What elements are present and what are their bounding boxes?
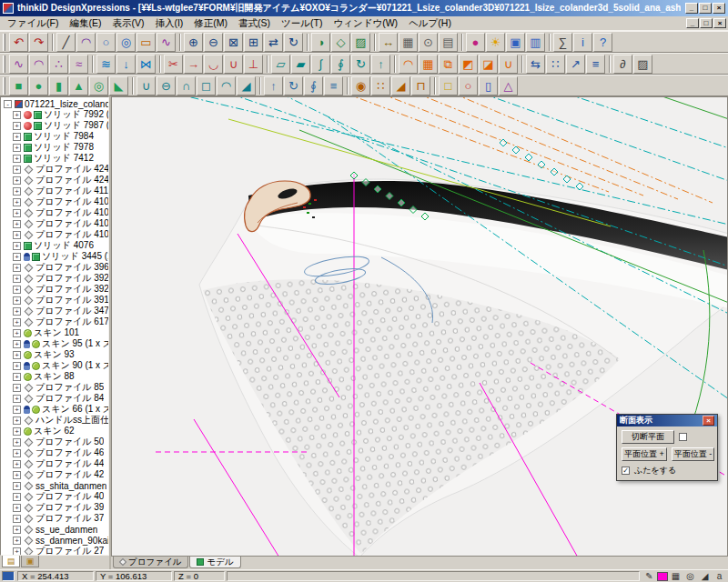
hole-tool-icon[interactable]: ◉ <box>351 76 370 95</box>
tree-item[interactable]: +スキン 62 <box>2 426 108 436</box>
control-curve-icon[interactable]: ◠ <box>29 55 48 74</box>
tree-expander[interactable]: + <box>13 504 21 512</box>
tree-expander[interactable]: + <box>13 438 21 447</box>
tree-expander[interactable]: + <box>13 362 21 370</box>
mdi-restore-button[interactable]: □ <box>700 18 713 28</box>
tree-item[interactable]: +プロファイル 4110 <box>2 186 108 196</box>
rib-tool-icon[interactable]: ⊓ <box>411 76 430 95</box>
tree-item[interactable]: +プロファイル 3920 <box>2 284 108 295</box>
menu-item-1[interactable]: ファイル(F) <box>2 16 64 31</box>
box-solid-icon[interactable]: ■ <box>9 76 28 95</box>
tree-item[interactable]: +スキン 90 (1 x ス... <box>2 360 108 371</box>
tree-item[interactable]: +スキン 88 <box>2 371 108 382</box>
sweep-solid-icon[interactable]: ∮ <box>304 76 323 95</box>
zoom-fit-icon[interactable]: ⊞ <box>244 33 263 52</box>
tree-expander[interactable]: + <box>13 351 21 359</box>
tree-item[interactable]: +プロファイル 46 <box>2 447 108 458</box>
merge-surface-icon[interactable]: ∪ <box>499 55 518 74</box>
tree-expander[interactable]: + <box>13 416 21 425</box>
info-icon[interactable]: i <box>573 33 592 52</box>
tree-expander[interactable]: + <box>13 427 21 436</box>
tree-expander[interactable]: + <box>13 231 21 239</box>
redo-icon[interactable]: ↷ <box>29 33 48 52</box>
primitive-cylinder-icon[interactable]: ▯ <box>479 76 498 95</box>
tree-folder-tab-icon[interactable]: ▣ <box>21 556 39 567</box>
tree-expander[interactable]: + <box>13 482 21 490</box>
trim-surface-icon[interactable]: ◩ <box>459 55 478 74</box>
cut-plane-checkbox[interactable] <box>679 433 687 441</box>
offset-surface-icon[interactable]: ⧉ <box>439 55 458 74</box>
wedge-solid-icon[interactable]: ◣ <box>109 76 128 95</box>
toolbar-grip[interactable] <box>3 77 5 95</box>
mirror-icon[interactable]: ⇆ <box>526 55 545 74</box>
viewport[interactable]: 断面表示 × 切断平面 平面位置 + 平面位置 - ✓ <box>111 96 728 557</box>
tree-expander[interactable]: + <box>13 318 21 326</box>
menu-item-2[interactable]: 編集(E) <box>64 16 106 31</box>
tree-expander[interactable]: + <box>13 122 21 130</box>
pan-icon[interactable]: ⇄ <box>264 33 283 52</box>
model-canvas[interactable] <box>112 97 728 557</box>
document-tab-1[interactable]: プロファイル <box>113 557 188 568</box>
tree-item[interactable]: +ss_shita_danmen <box>2 480 108 491</box>
tree-expander[interactable]: + <box>13 395 21 403</box>
tree-expander[interactable]: + <box>13 176 21 185</box>
section-view-icon[interactable]: ▥ <box>526 33 545 52</box>
menu-item-7[interactable]: ツール(T) <box>276 16 328 31</box>
zoom-out-icon[interactable]: ⊖ <box>204 33 223 52</box>
sketch-curve-icon[interactable]: ∿ <box>9 55 28 74</box>
chamfer-solid-icon[interactable]: ◢ <box>237 76 256 95</box>
tree-expander[interactable]: + <box>13 155 21 163</box>
extend-curve-icon[interactable]: → <box>184 55 203 74</box>
material-icon[interactable]: ● <box>466 33 485 52</box>
primitive-cone-icon[interactable]: △ <box>499 76 518 95</box>
pen-icon[interactable]: ✎ <box>642 571 656 582</box>
tree-item[interactable]: +プロファイル 85 <box>2 382 108 393</box>
tree-expander[interactable]: + <box>13 253 21 261</box>
active-color-swatch[interactable] <box>657 572 668 581</box>
surface-tool-icon[interactable]: ▰ <box>291 55 310 74</box>
tree-expander[interactable]: + <box>13 275 21 283</box>
tree-expander[interactable]: + <box>13 406 21 414</box>
minimize-button[interactable]: _ <box>685 3 698 14</box>
tree-item[interactable]: +ソリッド 7412 <box>2 153 108 164</box>
hidden-line-icon[interactable]: ▨ <box>351 33 370 52</box>
tree-item[interactable]: +ソリッド 7978 <box>2 142 108 153</box>
tree-item[interactable]: +プロファイル 42 <box>2 469 108 480</box>
rectangle-tool-icon[interactable]: ▭ <box>136 33 156 52</box>
fillet-curve-icon[interactable]: ◡ <box>204 55 223 74</box>
close-button[interactable]: × <box>713 3 725 14</box>
tree-item[interactable]: +ソリッド 7984 <box>2 131 108 142</box>
tree-item[interactable]: +プロファイル 617 <box>2 316 108 327</box>
extrude-solid-icon[interactable]: ↑ <box>264 76 283 95</box>
tree-expander[interactable]: + <box>13 187 21 196</box>
shaded-view-icon[interactable]: ◑ <box>311 33 330 52</box>
plane-position-plus-button[interactable]: 平面位置 + <box>622 447 667 461</box>
tree-item[interactable]: +プロファイル 27 <box>2 546 108 556</box>
tree-structure-tab-icon[interactable]: ▤ <box>2 556 20 567</box>
snap-angle-icon[interactable]: ◢ <box>698 571 712 582</box>
blend-surface-icon[interactable]: ◠ <box>399 55 418 74</box>
tree-item[interactable]: +ss_danmen_90kait... <box>2 535 108 546</box>
layers-icon[interactable]: ▤ <box>439 33 458 52</box>
primitive-sphere-icon[interactable]: ○ <box>459 76 478 95</box>
menu-item-8[interactable]: ウィンドウ(W) <box>328 16 403 31</box>
tree-item[interactable]: +プロファイル 84 <box>2 393 108 404</box>
extrude-surface-icon[interactable]: ↑ <box>371 55 390 74</box>
tree-item[interactable]: +プロファイル 37 <box>2 513 108 524</box>
lid-checkbox[interactable]: ✓ <box>622 467 630 475</box>
tree-item[interactable]: +スキン 95 (1 x ス... <box>2 338 108 349</box>
select-filter-icon[interactable]: ◎ <box>683 571 697 582</box>
tree-item[interactable]: +ソリッド 7992 (4 x ... <box>2 109 108 120</box>
document-tab-2[interactable]: モデル <box>189 557 240 568</box>
light-icon[interactable]: ☀ <box>486 33 505 52</box>
tree-expander[interactable]: + <box>13 166 21 174</box>
spline-tool-icon[interactable]: ∿ <box>157 33 176 52</box>
draft-tool-icon[interactable]: ◢ <box>391 76 410 95</box>
array-icon[interactable]: ∷ <box>546 55 565 74</box>
zoom-window-icon[interactable]: ⊠ <box>224 33 243 52</box>
tree-item[interactable]: -071221_lsize_colander3d_5... <box>2 98 108 109</box>
cylinder-solid-icon[interactable]: ▮ <box>49 76 68 95</box>
tree-expander[interactable]: + <box>13 198 21 206</box>
tree-expander[interactable]: + <box>13 449 21 457</box>
trim-curve-icon[interactable]: ✂ <box>164 55 183 74</box>
